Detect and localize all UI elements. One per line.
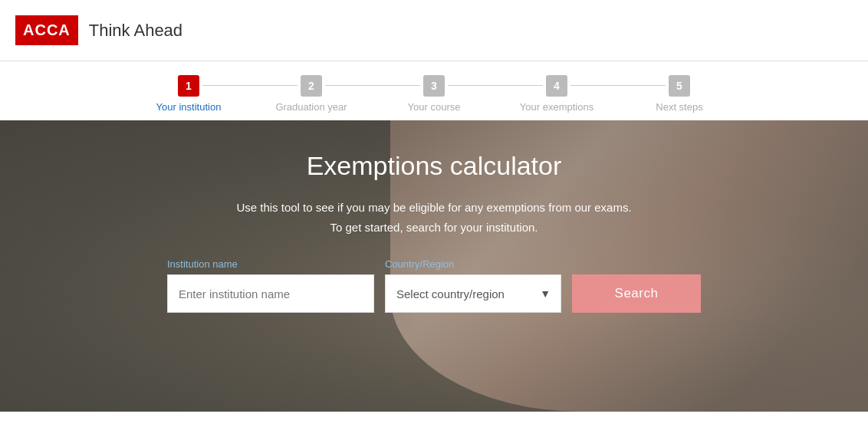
step-number-1: 1: [178, 75, 199, 97]
step-item-1[interactable]: 1 Your institution: [127, 75, 250, 113]
step-label-2: Graduation year: [275, 101, 347, 113]
country-select[interactable]: Select country/region United Kingdom Uni…: [385, 274, 561, 313]
page-header: ACCA Think Ahead: [0, 0, 868, 61]
step-number-3: 3: [423, 75, 445, 97]
hero-description: Use this tool to see if you may be eligi…: [236, 198, 631, 237]
step-number-2: 2: [301, 75, 322, 97]
institution-label: Institution name: [167, 258, 374, 270]
country-field-group: Country/Region Select country/region Uni…: [385, 258, 561, 313]
step-number-5: 5: [669, 75, 690, 97]
hero-section: Exemptions calculator Use this tool to s…: [0, 120, 868, 412]
step-number-4: 4: [546, 75, 567, 97]
brand-tagline: Think Ahead: [89, 21, 182, 41]
acca-logo: ACCA: [15, 15, 78, 45]
hero-desc-line2: To get started, search for your institut…: [330, 221, 538, 234]
country-select-wrapper: Select country/region United Kingdom Uni…: [385, 274, 561, 313]
step-label-1: Your institution: [156, 101, 222, 113]
country-label: Country/Region: [385, 258, 561, 270]
step-item-3[interactable]: 3 Your course: [373, 75, 495, 113]
step-label-4: Your exemptions: [520, 101, 593, 113]
search-form: Institution name Country/Region Select c…: [167, 258, 701, 313]
step-item-2[interactable]: 2 Graduation year: [250, 75, 373, 113]
institution-input[interactable]: [167, 274, 374, 313]
steps-navigation: 1 Your institution 2 Graduation year 3 Y…: [0, 61, 868, 120]
step-item-4[interactable]: 4 Your exemptions: [495, 75, 618, 113]
step-label-3: Your course: [408, 101, 461, 113]
step-label-5: Next steps: [656, 101, 702, 113]
step-item-5[interactable]: 5 Next steps: [618, 75, 741, 113]
hero-title: Exemptions calculator: [307, 151, 562, 181]
institution-field-group: Institution name: [167, 258, 374, 313]
hero-desc-line1: Use this tool to see if you may be eligi…: [236, 201, 631, 214]
search-button[interactable]: Search: [572, 274, 701, 313]
